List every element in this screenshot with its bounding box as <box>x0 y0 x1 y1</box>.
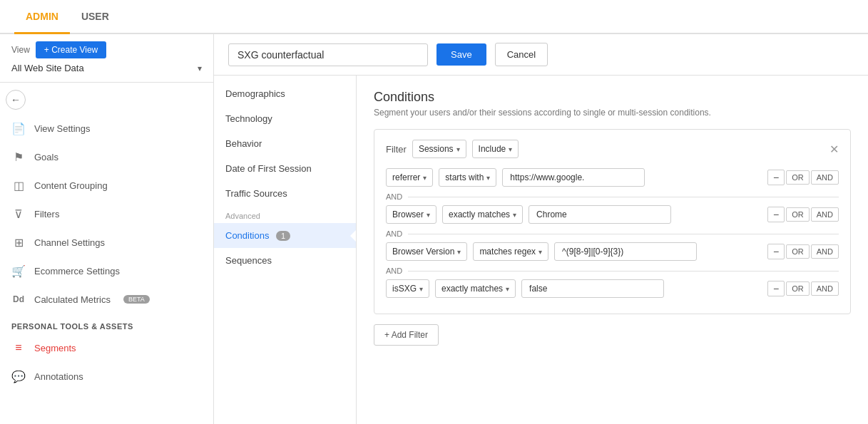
filter-close-button[interactable]: ✕ <box>829 143 839 156</box>
view-row: View + Create View <box>0 34 213 63</box>
and-connector-1-text: AND <box>386 192 402 201</box>
sidebar-item-annotations[interactable]: 💬 Annotations <box>0 362 213 391</box>
remove-condition-3-button[interactable]: − <box>767 244 785 259</box>
filter-box: Filter Sessions ▾ Include ▾ ✕ <box>374 129 851 314</box>
sidebar-item-calculated-metrics-label: Calculated Metrics <box>34 294 111 305</box>
segment-type-traffic-sources[interactable]: Traffic Sources <box>214 181 356 206</box>
value-input-3[interactable] <box>554 242 697 261</box>
operator-dropdown-2[interactable]: exactly matches ▾ <box>442 205 523 224</box>
and-connector-2-text: AND <box>386 229 402 238</box>
view-select-arrow-icon: ▾ <box>198 63 202 73</box>
conditions-subtitle: Segment your users and/or their sessions… <box>374 108 851 118</box>
nav-admin[interactable]: ADMIN <box>14 1 70 34</box>
and-condition-3-button[interactable]: AND <box>811 244 839 259</box>
field-dropdown-2[interactable]: Browser ▾ <box>386 205 436 224</box>
operator-2-arrow-icon: ▾ <box>513 211 516 219</box>
main-layout: View + Create View All Web Site Data ▾ ←… <box>0 34 868 424</box>
conditions-title: Conditions <box>374 90 851 105</box>
sidebar-item-goals[interactable]: ⚑ Goals <box>0 143 213 171</box>
operator-dropdown-1-text: starts with <box>445 172 484 182</box>
view-settings-icon: 📄 <box>11 121 26 135</box>
and-condition-2-button[interactable]: AND <box>811 207 839 222</box>
content-area: Save Cancel Demographics Technology Beha… <box>214 34 868 424</box>
segment-type-behavior[interactable]: Behavior <box>214 131 356 156</box>
and-connector-2: AND <box>386 229 839 238</box>
sidebar-item-segments[interactable]: ≡ Segments <box>0 333 213 362</box>
view-label: View <box>11 45 30 55</box>
create-view-button[interactable]: + Create View <box>36 41 107 58</box>
condition-1-actions: − OR AND <box>767 170 839 185</box>
condition-row-4: isSXG ▾ exactly matches ▾ − OR AND <box>386 279 839 298</box>
sidebar: View + Create View All Web Site Data ▾ ←… <box>0 34 214 424</box>
session-dropdown-arrow-icon: ▾ <box>456 145 460 153</box>
sidebar-item-ecommerce-label: Ecommerce Settings <box>34 266 120 276</box>
field-dropdown-4[interactable]: isSXG ▾ <box>386 279 429 298</box>
segment-type-technology[interactable]: Technology <box>214 106 356 131</box>
field-2-arrow-icon: ▾ <box>427 211 430 219</box>
sidebar-item-view-settings[interactable]: 📄 View Settings <box>0 114 213 143</box>
operator-dropdown-3[interactable]: matches regex ▾ <box>473 242 548 261</box>
include-dropdown[interactable]: Include ▾ <box>472 140 519 158</box>
cancel-button[interactable]: Cancel <box>495 43 548 66</box>
view-select-row[interactable]: All Web Site Data ▾ <box>0 63 213 79</box>
or-condition-3-button[interactable]: OR <box>786 244 810 259</box>
content-grouping-icon: ◫ <box>11 178 26 192</box>
session-dropdown-text: Sessions <box>419 144 454 154</box>
filter-label: Filter <box>386 144 407 155</box>
back-button[interactable]: ← <box>6 90 26 110</box>
segment-types-panel: Demographics Technology Behavior Date of… <box>214 76 357 424</box>
remove-condition-2-button[interactable]: − <box>767 207 785 222</box>
sidebar-item-view-settings-label: View Settings <box>34 123 91 134</box>
content-panels: Demographics Technology Behavior Date of… <box>214 76 868 424</box>
segment-type-conditions[interactable]: Conditions 1 <box>214 223 356 248</box>
value-input-2[interactable] <box>529 205 671 224</box>
add-filter-button[interactable]: + Add Filter <box>374 324 439 346</box>
condition-row-2: Browser ▾ exactly matches ▾ − OR AND <box>386 205 839 224</box>
operator-dropdown-4[interactable]: exactly matches ▾ <box>435 279 516 298</box>
condition-2-actions: − OR AND <box>767 207 839 222</box>
remove-condition-1-button[interactable]: − <box>767 170 785 185</box>
operator-dropdown-4-text: exactly matches <box>441 284 503 294</box>
sidebar-item-ecommerce[interactable]: 🛒 Ecommerce Settings <box>0 257 213 285</box>
include-dropdown-arrow-icon: ▾ <box>509 145 512 153</box>
and-condition-4-button[interactable]: AND <box>811 281 839 296</box>
personal-tools-header: PERSONAL TOOLS & ASSETS <box>0 314 213 333</box>
sidebar-item-annotations-label: Annotations <box>34 371 83 382</box>
operator-dropdown-1[interactable]: starts with ▾ <box>439 168 496 187</box>
save-button[interactable]: Save <box>436 43 486 66</box>
nav-user[interactable]: USER <box>70 1 121 34</box>
field-4-arrow-icon: ▾ <box>419 285 423 293</box>
operator-dropdown-3-text: matches regex <box>479 247 536 257</box>
sidebar-item-filters[interactable]: ⊽ Filters <box>0 200 213 228</box>
field-1-arrow-icon: ▾ <box>423 174 427 182</box>
segment-type-date-of-first-session[interactable]: Date of First Session <box>214 156 356 181</box>
condition-4-actions: − OR AND <box>767 281 839 296</box>
sidebar-item-goals-label: Goals <box>34 152 58 162</box>
segment-type-demographics[interactable]: Demographics <box>214 81 356 106</box>
view-select-text: All Web Site Data <box>11 63 195 73</box>
field-dropdown-3[interactable]: Browser Version ▾ <box>386 242 467 261</box>
filter-name-input[interactable] <box>228 43 428 66</box>
segment-type-sequences[interactable]: Sequences <box>214 248 356 273</box>
channel-settings-icon: ⊞ <box>11 235 26 249</box>
field-dropdown-1[interactable]: referrer ▾ <box>386 168 433 187</box>
and-connector-3-text: AND <box>386 267 402 275</box>
sidebar-item-calculated-metrics[interactable]: Dd Calculated Metrics BETA <box>0 285 213 314</box>
or-condition-1-button[interactable]: OR <box>786 170 810 185</box>
sidebar-item-content-grouping[interactable]: ◫ Content Grouping <box>0 171 213 200</box>
value-input-1[interactable] <box>502 168 645 187</box>
segments-icon: ≡ <box>11 341 26 355</box>
or-condition-4-button[interactable]: OR <box>786 281 810 296</box>
conditions-panel: Conditions Segment your users and/or the… <box>357 76 868 424</box>
sidebar-item-channel-settings[interactable]: ⊞ Channel Settings <box>0 228 213 257</box>
annotations-icon: 💬 <box>11 369 26 383</box>
and-condition-1-button[interactable]: AND <box>811 170 839 185</box>
or-condition-2-button[interactable]: OR <box>786 207 810 222</box>
and-connector-1: AND <box>386 192 839 201</box>
session-dropdown[interactable]: Sessions ▾ <box>412 140 466 158</box>
remove-condition-4-button[interactable]: − <box>767 281 785 296</box>
top-nav: ADMIN USER <box>0 0 868 34</box>
value-input-4[interactable] <box>521 279 664 298</box>
field-dropdown-1-text: referrer <box>392 172 420 182</box>
field-3-arrow-icon: ▾ <box>457 248 461 256</box>
